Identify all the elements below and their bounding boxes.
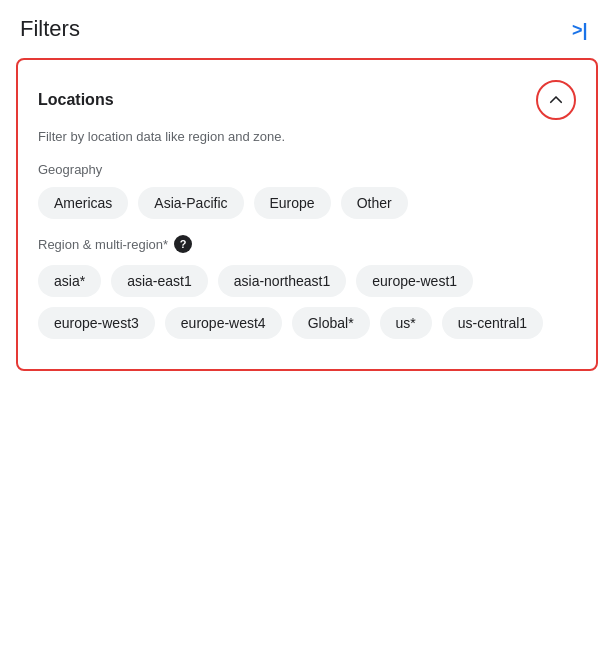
- chip-europe-west1[interactable]: europe-west1: [356, 265, 473, 297]
- chip-asia-star[interactable]: asia*: [38, 265, 101, 297]
- svg-text:>|: >|: [572, 20, 588, 40]
- chevron-up-button[interactable]: [536, 80, 576, 120]
- chip-europe-west4[interactable]: europe-west4: [165, 307, 282, 339]
- chip-asia-pacific[interactable]: Asia-Pacific: [138, 187, 243, 219]
- section-title: Locations: [38, 91, 114, 109]
- region-chips: asia* asia-east1 asia-northeast1 europe-…: [38, 265, 576, 339]
- filter-panel: Locations Filter by location data like r…: [16, 58, 598, 371]
- chip-global-star[interactable]: Global*: [292, 307, 370, 339]
- page-title: Filters: [20, 16, 80, 42]
- chip-asia-east1[interactable]: asia-east1: [111, 265, 208, 297]
- chip-asia-northeast1[interactable]: asia-northeast1: [218, 265, 347, 297]
- geography-chips: Americas Asia-Pacific Europe Other: [38, 187, 576, 219]
- page-header: Filters >|: [0, 0, 614, 54]
- collapse-icon[interactable]: >|: [572, 18, 594, 40]
- section-description: Filter by location data like region and …: [38, 128, 576, 146]
- section-header: Locations: [38, 80, 576, 120]
- region-label-row: Region & multi-region* ?: [38, 235, 576, 253]
- help-icon[interactable]: ?: [174, 235, 192, 253]
- chip-europe[interactable]: Europe: [254, 187, 331, 219]
- chip-americas[interactable]: Americas: [38, 187, 128, 219]
- geography-label: Geography: [38, 162, 576, 177]
- chip-us-star[interactable]: us*: [380, 307, 432, 339]
- chip-us-central1[interactable]: us-central1: [442, 307, 543, 339]
- region-label: Region & multi-region*: [38, 237, 168, 252]
- region-section: Region & multi-region* ? asia* asia-east…: [38, 235, 576, 339]
- chip-europe-west3[interactable]: europe-west3: [38, 307, 155, 339]
- chip-other[interactable]: Other: [341, 187, 408, 219]
